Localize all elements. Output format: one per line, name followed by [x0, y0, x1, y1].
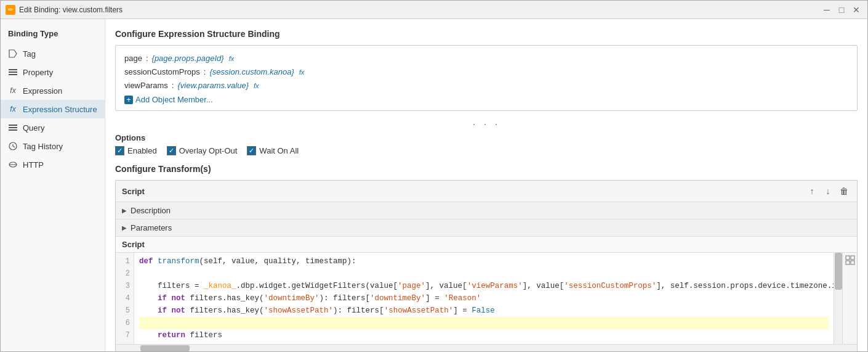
- code-line-1: def transform(self, value, quality, time…: [139, 255, 829, 268]
- horiz-scroll-thumb[interactable]: [140, 345, 190, 351]
- script-panel-title: Script: [122, 187, 145, 196]
- svg-rect-1: [9, 69, 17, 70]
- parameters-row[interactable]: ▶ Parameters: [116, 219, 857, 237]
- checkbox-overlay-box[interactable]: ✓: [167, 146, 176, 155]
- options-section: Options ✓ Enabled ✓ Overlay Opt-Out: [115, 133, 858, 155]
- sidebar-title: Binding Type: [1, 24, 105, 44]
- title-bar: ✏ Edit Binding: view.custom.filters ─ □ …: [1, 1, 867, 19]
- expr-key-page: page: [124, 52, 142, 65]
- expr-key-viewparams: viewParams: [124, 79, 168, 92]
- sidebar-item-property[interactable]: Property: [1, 63, 105, 81]
- description-row[interactable]: ▶ Description: [116, 202, 857, 219]
- sidebar: Binding Type Tag Property fx Expression: [1, 19, 105, 351]
- options-row: ✓ Enabled ✓ Overlay Opt-Out ✓: [115, 146, 858, 155]
- expr-fx-session[interactable]: fx: [299, 65, 305, 79]
- expression-icon: fx: [8, 86, 18, 96]
- content-area: Binding Type Tag Property fx Expression: [1, 19, 867, 351]
- expr-line-session: sessionCustomProps : {session.custom.kan…: [124, 65, 848, 79]
- svg-rect-14: [846, 261, 850, 264]
- configure-title: Configure Expression Structure Binding: [115, 29, 858, 39]
- script-editor-label: Script: [116, 237, 857, 253]
- minimize-button[interactable]: ─: [821, 4, 833, 16]
- sidebar-item-http[interactable]: HTTP: [1, 155, 105, 174]
- svg-rect-6: [9, 129, 17, 131]
- main-window: ✏ Edit Binding: view.custom.filters ─ □ …: [0, 0, 868, 352]
- expr-line-page: page : {page.props.pageId} fx: [124, 52, 848, 65]
- divider-dots: · · ·: [115, 118, 858, 129]
- expr-key-session: sessionCustomProps: [124, 65, 200, 79]
- property-label: Property: [23, 68, 53, 77]
- svg-line-9: [13, 146, 15, 147]
- code-editor-inner: 1 2 3 4 5 6 7 def transform(self, value,…: [116, 253, 857, 344]
- app-icon: ✏: [6, 5, 15, 15]
- svg-rect-3: [9, 74, 17, 75]
- svg-rect-15: [851, 261, 854, 264]
- expr-fx-viewparams[interactable]: fx: [254, 79, 259, 92]
- svg-rect-5: [9, 127, 17, 128]
- code-line-7: return filters: [139, 329, 829, 342]
- window-title: Edit Binding: view.custom.filters: [19, 6, 123, 14]
- maximize-button[interactable]: □: [835, 4, 848, 16]
- checkbox-overlay-label: Overlay Opt-Out: [179, 146, 238, 155]
- checkbox-wait-box[interactable]: ✓: [247, 146, 256, 155]
- expr-value-viewparams: {view.params.value}: [177, 79, 249, 92]
- sidebar-item-expression[interactable]: fx Expression: [1, 81, 105, 100]
- scrollbar-thumb[interactable]: [835, 253, 842, 290]
- checkbox-enabled-box[interactable]: ✓: [115, 146, 124, 155]
- expression-box: page : {page.props.pageId} fx sessionCus…: [115, 45, 858, 111]
- add-member-icon: +: [124, 96, 133, 104]
- sidebar-item-query[interactable]: Query: [1, 118, 105, 137]
- tag-label: Tag: [23, 49, 36, 59]
- http-icon: [8, 160, 18, 170]
- checkbox-enabled[interactable]: ✓ Enabled: [115, 146, 157, 155]
- parameters-label: Parameters: [131, 223, 172, 232]
- expr-line-viewparams: viewParams : {view.params.value} fx: [124, 79, 848, 92]
- tag-icon: [8, 49, 18, 59]
- transforms-title: Configure Transform(s): [115, 164, 858, 174]
- description-label: Description: [131, 206, 171, 215]
- script-header-actions: ↑ ↓ 🗑: [805, 184, 851, 198]
- expr-value-page: {page.props.pageId}: [152, 52, 224, 65]
- window-controls: ─ □ ✕: [821, 4, 862, 16]
- svg-rect-13: [851, 256, 854, 260]
- move-down-button[interactable]: ↓: [821, 184, 835, 198]
- horizontal-scrollbar[interactable]: [116, 344, 857, 351]
- expr-value-session: {session.custom.kanoa}: [209, 65, 294, 79]
- sidebar-item-tag[interactable]: Tag: [1, 44, 105, 63]
- close-button[interactable]: ✕: [850, 4, 862, 16]
- delete-button[interactable]: 🗑: [837, 184, 851, 198]
- code-line-2: [139, 268, 829, 280]
- property-icon: [8, 67, 18, 77]
- script-panel: Script ↑ ↓ 🗑 ▶ Description ▶ Parameters: [115, 180, 858, 351]
- checkbox-wait-on-all[interactable]: ✓ Wait On All: [247, 146, 299, 155]
- script-editor[interactable]: 1 2 3 4 5 6 7 def transform(self, value,…: [116, 253, 834, 344]
- move-up-button[interactable]: ↑: [805, 184, 819, 198]
- sidebar-item-expression-structure[interactable]: fx Expression Structure: [1, 100, 105, 118]
- sidebar-item-tag-history[interactable]: Tag History: [1, 137, 105, 155]
- editor-toolbar-icon: [845, 255, 855, 265]
- parameters-chevron: ▶: [122, 224, 127, 231]
- http-label: HTTP: [23, 160, 44, 170]
- checkbox-wait-label: Wait On All: [259, 146, 299, 155]
- add-member-button[interactable]: + Add Object Member...: [124, 95, 848, 104]
- code-area[interactable]: def transform(self, value, quality, time…: [134, 253, 834, 344]
- vertical-scrollbar[interactable]: [834, 253, 842, 344]
- expression-structure-label: Expression Structure: [23, 105, 97, 114]
- code-editor-container: 1 2 3 4 5 6 7 def transform(self, value,…: [116, 253, 857, 351]
- line-numbers: 1 2 3 4 5 6 7: [116, 253, 134, 344]
- tag-history-label: Tag History: [23, 142, 63, 151]
- expression-label: Expression: [23, 86, 62, 96]
- tag-history-icon: [8, 141, 18, 151]
- expr-fx-page[interactable]: fx: [229, 52, 235, 65]
- query-label: Query: [23, 123, 44, 133]
- code-line-3: filters = _kanoa_.dbp.widget.getWidgetFi…: [139, 280, 829, 292]
- checkbox-enabled-label: Enabled: [127, 146, 157, 155]
- editor-toolbar: [842, 253, 857, 344]
- svg-rect-2: [9, 72, 17, 73]
- svg-rect-12: [846, 256, 850, 260]
- svg-rect-4: [9, 125, 17, 126]
- add-member-label: Add Object Member...: [135, 95, 213, 104]
- checkbox-overlay-opt-out[interactable]: ✓ Overlay Opt-Out: [167, 146, 238, 155]
- code-line-4: if not filters.has_key('downtimeBy'): fi…: [139, 292, 829, 305]
- expression-structure-icon: fx: [8, 104, 18, 114]
